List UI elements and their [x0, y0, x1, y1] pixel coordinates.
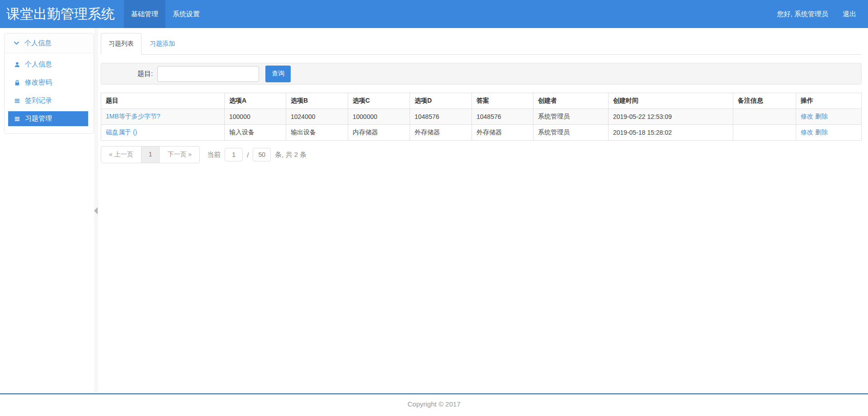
sidebar-item-personal-info[interactable]: 个人信息 — [8, 57, 88, 72]
col-header-created-time: 创建时间 — [609, 93, 733, 109]
delete-link[interactable]: 删除 — [815, 128, 828, 136]
col-header-remark: 备注信息 — [733, 93, 796, 109]
current-page-button[interactable]: 1 — [142, 147, 160, 163]
col-header-creator: 创建者 — [533, 93, 609, 109]
current-page-label: 当前 — [207, 151, 221, 159]
sidebar-panel: 个人信息 个人信息 修改密码 — [4, 33, 94, 134]
col-header-actions: 操作 — [796, 93, 862, 109]
sidebar-item-label: 签到记录 — [25, 96, 52, 105]
table-cell: 1000000 — [348, 109, 410, 125]
user-icon — [14, 61, 20, 68]
table-row: 1MB等于多少字节?100000102400010000001048576104… — [101, 109, 862, 125]
sidebar-item-signin-records[interactable]: 签到记录 — [8, 93, 88, 108]
edit-link[interactable]: 修改 — [801, 113, 813, 120]
tab-bar: 习题列表 习题添加 — [101, 33, 862, 55]
search-label: 题目: — [137, 70, 153, 78]
question-link[interactable]: 磁盘属于 () — [106, 128, 137, 136]
page-body: 个人信息 个人信息 修改密码 — [0, 28, 868, 393]
sidebar-menu: 个人信息 修改密码 签到记录 — [5, 53, 94, 126]
next-page-button[interactable]: 下一页 » — [160, 147, 199, 163]
current-page-input[interactable] — [225, 148, 243, 161]
tab-exercise-list[interactable]: 习题列表 — [101, 33, 142, 55]
table-cell: 系统管理员 — [533, 109, 609, 125]
chevron-down-icon — [14, 40, 19, 46]
page-size-input[interactable] — [253, 148, 271, 161]
sidebar-item-label: 个人信息 — [25, 60, 52, 69]
exercise-table: 题目 选项A 选项B 选项C 选项D 答案 创建者 创建时间 备注信息 操作 1… — [101, 93, 862, 141]
sidebar-group-personal-info[interactable]: 个人信息 — [5, 33, 94, 53]
logout-link[interactable]: 退出 — [835, 0, 863, 28]
table-cell: 2019-05-22 12:53:09 — [609, 109, 733, 125]
copyright-text: Copyright © 2017 — [0, 394, 868, 416]
sidebar-collapse-handle[interactable] — [94, 207, 98, 214]
sidebar: 个人信息 个人信息 修改密码 — [0, 28, 94, 393]
actions-cell: 修改 删除 — [796, 125, 862, 141]
page-info: 当前 / 条, 共 2 条 — [207, 148, 307, 161]
table-cell: 输入设备 — [225, 125, 286, 141]
sidebar-item-exercise-management[interactable]: 习题管理 — [8, 111, 88, 126]
table-cell: 1048576 — [410, 109, 472, 125]
sidebar-item-label: 修改密码 — [25, 78, 52, 87]
table-cell: 内存储器 — [348, 125, 410, 141]
search-input[interactable] — [157, 66, 259, 82]
top-navbar: 课堂出勤管理系统 基础管理 系统设置 您好, 系统管理员 退出 — [0, 0, 868, 28]
main-menu: 基础管理 系统设置 — [124, 0, 207, 28]
table-cell: 2019-05-18 15:28:02 — [609, 125, 733, 141]
table-cell: 1024000 — [286, 109, 348, 125]
question-cell: 1MB等于多少字节? — [101, 109, 225, 125]
table-cell: 系统管理员 — [533, 125, 609, 141]
col-header-option-b: 选项B — [286, 93, 348, 109]
table-row: 磁盘属于 ()输入设备输出设备内存储器外存储器外存储器系统管理员2019-05-… — [101, 125, 862, 141]
table-header-row: 题目 选项A 选项B 选项C 选项D 答案 创建者 创建时间 备注信息 操作 — [101, 93, 862, 109]
table-body: 1MB等于多少字节?100000102400010000001048576104… — [101, 109, 862, 141]
tab-exercise-add[interactable]: 习题添加 — [142, 33, 183, 55]
table-cell: 1048576 — [472, 109, 533, 125]
question-link[interactable]: 1MB等于多少字节? — [106, 113, 160, 120]
sidebar-divider — [94, 28, 98, 393]
navbar-right: 您好, 系统管理员 退出 — [770, 0, 868, 28]
user-greeting[interactable]: 您好, 系统管理员 — [770, 0, 835, 28]
table-cell: 输出设备 — [286, 125, 348, 141]
nav-item-basic-management[interactable]: 基础管理 — [124, 0, 165, 28]
col-header-option-d: 选项D — [410, 93, 472, 109]
sidebar-item-change-password[interactable]: 修改密码 — [8, 75, 88, 90]
list-icon — [14, 116, 20, 122]
table-cell: 100000 — [225, 109, 286, 125]
table-cell: 外存储器 — [472, 125, 533, 141]
pager-group: « 上一页 1 下一页 » — [101, 146, 200, 163]
col-header-answer: 答案 — [472, 93, 533, 109]
lock-icon — [14, 80, 20, 86]
delete-link[interactable]: 删除 — [815, 113, 828, 120]
table-cell: 外存储器 — [410, 125, 472, 141]
total-count-label: 条, 共 2 条 — [275, 151, 307, 159]
page-separator: / — [247, 151, 249, 159]
pagination: « 上一页 1 下一页 » 当前 / 条, 共 2 条 — [101, 146, 862, 163]
col-header-option-a: 选项A — [225, 93, 286, 109]
app-title: 课堂出勤管理系统 — [0, 0, 121, 28]
prev-page-button[interactable]: « 上一页 — [101, 147, 142, 163]
search-button[interactable]: 查询 — [265, 66, 291, 82]
search-panel: 题目: 查询 — [101, 63, 862, 85]
nav-item-system-settings[interactable]: 系统设置 — [165, 0, 207, 28]
col-header-option-c: 选项C — [348, 93, 410, 109]
actions-cell: 修改 删除 — [796, 109, 862, 125]
table-cell — [733, 109, 796, 125]
sidebar-item-label: 习题管理 — [25, 114, 52, 123]
list-icon — [14, 98, 20, 104]
footer: Copyright © 2017 — [0, 393, 868, 416]
table-cell — [733, 125, 796, 141]
main-content: 习题列表 习题添加 题目: 查询 题目 选项A 选项B 选项C 选项D 答案 — [98, 28, 868, 393]
col-header-title: 题目 — [101, 93, 225, 109]
sidebar-group-label: 个人信息 — [24, 39, 52, 47]
edit-link[interactable]: 修改 — [801, 128, 813, 136]
question-cell: 磁盘属于 () — [101, 125, 225, 141]
